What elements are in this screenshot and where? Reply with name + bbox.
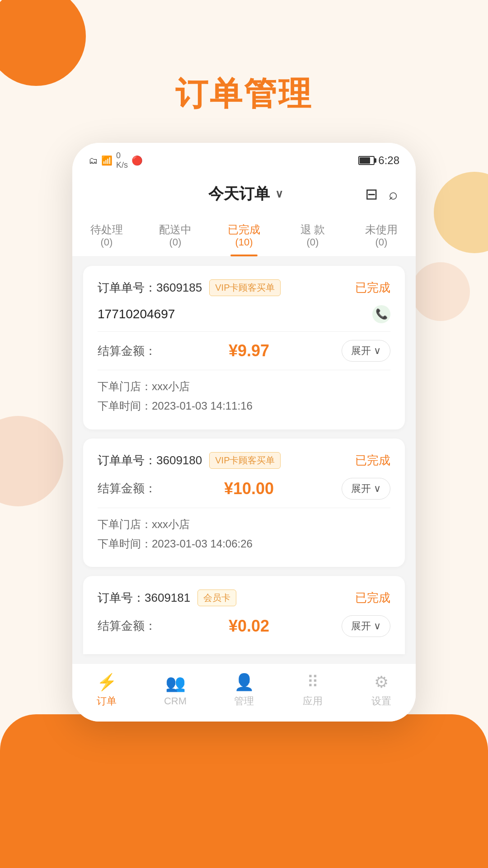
order-2-time: 下单时间：2023-01-03 14:06:26 [98, 534, 390, 553]
status-left-icons: 🗂 📶 0K/s 🔴 [89, 151, 143, 170]
page-title: 订单管理 [0, 0, 488, 116]
nav-settings[interactable]: ⚙ 设置 [359, 673, 404, 708]
order-1-expand-btn[interactable]: 展开 ∨ [342, 340, 390, 362]
order-1-time: 下单时间：2023-01-03 14:11:16 [98, 396, 390, 415]
tab-unused[interactable]: 未使用 (0) [359, 218, 404, 256]
header-title-group[interactable]: 今天订单 ∨ [208, 184, 283, 204]
battery-icon [358, 156, 375, 165]
phone-call-icon[interactable]: 📞 [372, 305, 390, 323]
app-header: 今天订单 ∨ ⊟ ⌕ [72, 175, 416, 213]
order-3-amount-value: ¥0.02 [229, 617, 269, 636]
tab-bar: 待处理 (0) 配送中 (0) 已完成 (10) 退 款 (0) 未使用 (0) [72, 213, 416, 257]
crm-nav-icon: 👥 [165, 674, 186, 693]
nav-crm-label: CRM [164, 695, 187, 707]
order-2-expand-btn[interactable]: 展开 ∨ [342, 478, 390, 500]
status-right: 6:28 [358, 154, 399, 167]
order-1-phone-row: 17710204697 📞 [98, 305, 390, 332]
wifi-icon: 📶 [101, 155, 113, 166]
order-2-vip-badge: VIP卡顾客买单 [209, 452, 281, 469]
tab-delivering[interactable]: 配送中 (0) [153, 218, 198, 256]
order-2-store: 下单门店：xxx小店 [98, 514, 390, 534]
order-1-status: 已完成 [355, 280, 390, 296]
order-card-2: 订单单号：3609180 VIP卡顾客买单 已完成 结算金额： ¥10.00 展… [83, 439, 405, 567]
bg-decoration-left-mid [0, 416, 63, 506]
order-3-member-badge: 会员卡 [197, 590, 236, 606]
order-list: 订单单号：3609185 VIP卡顾客买单 已完成 17710204697 📞 … [72, 257, 416, 663]
order-1-header: 订单单号：3609185 VIP卡顾客买单 已完成 [98, 279, 390, 296]
order-1-amount-value: ¥9.97 [229, 341, 269, 360]
nav-crm[interactable]: 👥 CRM [153, 674, 198, 707]
bg-decoration-right [434, 172, 488, 253]
order-2-status: 已完成 [355, 453, 390, 468]
order-1-amount-label: 结算金额： [98, 343, 156, 359]
nav-apps-label: 应用 [303, 694, 323, 708]
chevron-down-small-icon: ∨ [374, 345, 381, 357]
nav-settings-label: 设置 [371, 694, 391, 708]
phone-mockup: 🗂 📶 0K/s 🔴 6:28 今天订单 ∨ ⊟ ⌕ 待处理 (0) 配送中 (… [72, 143, 416, 722]
order-2-amount-row: 结算金额： ¥10.00 展开 ∨ [98, 478, 390, 500]
order-1-meta: 下单门店：xxx小店 下单时间：2023-01-03 14:11:16 [98, 377, 390, 415]
sim-icon: 🗂 [89, 156, 98, 166]
tab-completed[interactable]: 已完成 (10) [221, 218, 267, 256]
order-1-phone: 17710204697 [98, 307, 175, 321]
order-1-number: 订单单号：3609185 [98, 280, 202, 296]
order-card-3: 订单号：3609181 会员卡 已完成 结算金额： ¥0.02 展开 ∨ [83, 576, 405, 654]
nav-manage-label: 管理 [234, 694, 254, 708]
order-card-1: 订单单号：3609185 VIP卡顾客买单 已完成 17710204697 📞 … [83, 266, 405, 429]
order-2-number: 订单单号：3609180 [98, 453, 202, 468]
order-1-store: 下单门店：xxx小店 [98, 377, 390, 396]
nav-manage[interactable]: 👤 管理 [221, 673, 267, 708]
filter-icon[interactable]: ⊟ [365, 185, 378, 203]
chevron-down-2-icon: ∨ [374, 483, 381, 495]
order-2-amount-value: ¥10.00 [224, 479, 274, 498]
order-3-amount-row: 结算金额： ¥0.02 展开 ∨ [98, 615, 390, 637]
header-icons: ⊟ ⌕ [365, 185, 398, 203]
bg-decoration-bottom-right [411, 262, 470, 321]
order-2-meta: 下单门店：xxx小店 下单时间：2023-01-03 14:06:26 [98, 514, 390, 553]
order-3-amount-label: 结算金额： [98, 618, 156, 634]
apps-nav-icon: ⠿ [307, 673, 319, 692]
time-display: 6:28 [378, 154, 399, 167]
speed-indicator: 0K/s [116, 151, 128, 170]
order-2-header: 订单单号：3609180 VIP卡顾客买单 已完成 [98, 452, 390, 469]
tab-refund[interactable]: 退 款 (0) [290, 218, 335, 256]
nav-order-label: 订单 [97, 694, 117, 708]
status-bar: 🗂 📶 0K/s 🔴 6:28 [72, 143, 416, 175]
order-3-expand-btn[interactable]: 展开 ∨ [342, 615, 390, 637]
order-3-header: 订单号：3609181 会员卡 已完成 [98, 590, 390, 606]
order-1-vip-badge: VIP卡顾客买单 [209, 279, 281, 296]
order-2-amount-label: 结算金额： [98, 481, 156, 496]
nav-apps[interactable]: ⠿ 应用 [290, 673, 335, 708]
header-title: 今天订单 [208, 184, 270, 204]
order-3-number: 订单号：3609181 [98, 590, 190, 606]
bottom-nav: ⚡ 订单 👥 CRM 👤 管理 ⠿ 应用 ⚙ 设置 [72, 663, 416, 722]
app-icon: 🔴 [131, 155, 143, 166]
search-icon[interactable]: ⌕ [389, 185, 398, 203]
bg-orange-bottom [0, 714, 488, 868]
order-2-divider [98, 508, 390, 508]
order-nav-icon: ⚡ [97, 673, 117, 692]
manage-nav-icon: 👤 [234, 673, 254, 692]
tab-pending[interactable]: 待处理 (0) [84, 218, 129, 256]
order-3-status: 已完成 [355, 590, 390, 606]
settings-nav-icon: ⚙ [374, 673, 389, 692]
chevron-down-3-icon: ∨ [374, 620, 381, 632]
nav-order[interactable]: ⚡ 订单 [84, 673, 129, 708]
chevron-down-icon: ∨ [275, 188, 283, 200]
order-1-amount-row: 结算金额： ¥9.97 展开 ∨ [98, 340, 390, 362]
order-1-divider [98, 370, 390, 370]
